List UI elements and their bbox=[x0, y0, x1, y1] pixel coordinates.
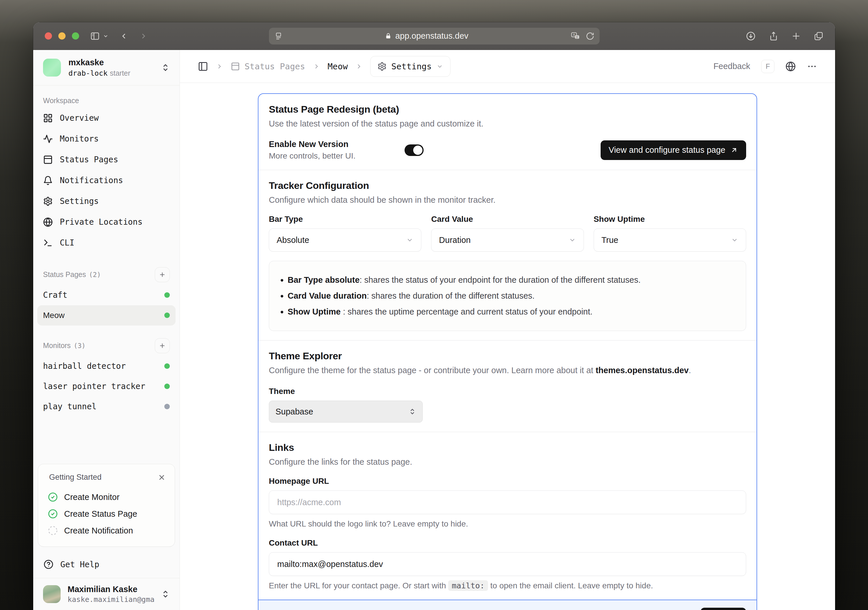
share-icon[interactable] bbox=[769, 31, 778, 41]
new-tab-icon[interactable] bbox=[791, 31, 801, 41]
bar-type-select[interactable]: Absolute bbox=[269, 228, 421, 251]
reload-icon[interactable] bbox=[586, 32, 594, 40]
status-page-item-meow[interactable]: Meow bbox=[37, 305, 175, 326]
chevron-down-icon bbox=[436, 63, 443, 70]
get-help-button[interactable]: Get Help bbox=[33, 551, 180, 578]
grid-icon bbox=[43, 113, 53, 123]
getting-started-create-status-page[interactable]: Create Status Page bbox=[47, 506, 166, 522]
enable-new-version-toggle[interactable] bbox=[405, 144, 424, 156]
homepage-url-label: Homepage URL bbox=[269, 477, 746, 486]
workspace-plan: starter bbox=[110, 69, 130, 77]
lock-icon bbox=[385, 33, 392, 40]
sidebar-item-status-pages[interactable]: Status Pages bbox=[43, 149, 170, 170]
status-dot-inactive bbox=[164, 404, 170, 409]
add-monitor-button[interactable] bbox=[155, 338, 170, 353]
workspace-slug: drab-lockstarter bbox=[68, 69, 130, 78]
chevrons-up-down-icon bbox=[161, 590, 170, 598]
contact-url-label: Contact URL bbox=[269, 539, 746, 548]
downloads-icon[interactable] bbox=[746, 31, 756, 41]
getting-started-create-notification[interactable]: Create Notification bbox=[47, 522, 166, 539]
minimize-window-button[interactable] bbox=[58, 33, 65, 40]
bullet-show-uptime: Show Uptime : shares the uptime percenta… bbox=[276, 306, 739, 317]
address-bar[interactable]: app.openstatus.dev A文 bbox=[269, 28, 600, 45]
globe-icon[interactable] bbox=[786, 61, 796, 71]
tracker-help-box: Bar Type absolute: shares the status of … bbox=[269, 261, 746, 331]
chevron-down-icon bbox=[406, 236, 414, 244]
sidebar-chevron-icon[interactable] bbox=[103, 33, 108, 39]
app-sidebar: mxkaske drab-lockstarter Workspace Overv… bbox=[33, 50, 180, 610]
circle-check-icon bbox=[48, 509, 58, 519]
sidebar-item-cli[interactable]: CLI bbox=[43, 233, 170, 253]
mailto-code-chip: mailto: bbox=[448, 580, 488, 591]
links-title: Links bbox=[269, 442, 746, 453]
status-page-item-craft[interactable]: Craft bbox=[37, 285, 175, 305]
getting-started-create-monitor[interactable]: Create Monitor bbox=[47, 489, 166, 506]
zoom-window-button[interactable] bbox=[72, 33, 79, 40]
show-uptime-label: Show Uptime bbox=[594, 214, 746, 224]
breadcrumb-settings-dropdown[interactable]: Settings bbox=[370, 56, 451, 77]
arrow-up-right-icon bbox=[730, 146, 738, 154]
chevron-down-icon bbox=[569, 236, 576, 244]
bar-type-label: Bar Type bbox=[269, 214, 421, 224]
theme-label: Theme bbox=[269, 387, 746, 396]
chevrons-up-down-icon bbox=[409, 408, 416, 415]
enable-new-version-sub: More controls, better UI. bbox=[269, 151, 405, 161]
feedback-shortcut-key: F bbox=[761, 60, 775, 73]
forward-button[interactable] bbox=[139, 32, 148, 40]
close-icon[interactable] bbox=[157, 473, 166, 482]
browser-window: app.openstatus.dev A文 bbox=[33, 22, 835, 610]
chevron-down-icon bbox=[731, 236, 738, 244]
beta-section: Status Page Redesign (beta) Use the late… bbox=[259, 94, 756, 170]
translate-icon[interactable]: A文 bbox=[570, 31, 580, 41]
theme-select[interactable]: Supabase bbox=[269, 400, 423, 422]
panel-top-icon bbox=[231, 62, 240, 71]
terminal-icon bbox=[43, 238, 53, 248]
sidebar-item-overview[interactable]: Overview bbox=[43, 108, 170, 129]
show-uptime-select[interactable]: True bbox=[594, 228, 746, 251]
sidebar-item-private-locations[interactable]: Private Locations bbox=[43, 212, 170, 233]
workspace-section-label: Workspace bbox=[43, 96, 170, 105]
gear-icon bbox=[377, 62, 387, 71]
sidebar-item-settings[interactable]: Settings bbox=[43, 191, 170, 212]
bell-icon bbox=[43, 175, 53, 185]
getting-started-card: Getting Started Create Monitor Create St… bbox=[38, 464, 175, 547]
sidebar-item-notifications[interactable]: Notifications bbox=[43, 170, 170, 191]
page-settings-icon[interactable] bbox=[274, 32, 283, 40]
traffic-lights bbox=[45, 33, 79, 40]
tab-overview-icon[interactable] bbox=[814, 31, 823, 41]
contact-url-input[interactable] bbox=[269, 552, 746, 576]
card-value-label: Card Value bbox=[431, 214, 584, 224]
submit-button[interactable]: Submit bbox=[701, 608, 746, 610]
panel-top-icon bbox=[43, 155, 53, 165]
chevrons-up-down-icon bbox=[161, 63, 170, 72]
add-status-page-button[interactable] bbox=[155, 267, 170, 282]
more-options-icon[interactable] bbox=[807, 61, 817, 71]
monitor-item-play-tunnel[interactable]: play tunnel bbox=[37, 397, 175, 417]
status-dot-up bbox=[164, 312, 170, 318]
sidebar-toggle-icon[interactable] bbox=[90, 31, 100, 41]
settings-content: Status Page Redesign (beta) Use the late… bbox=[180, 83, 835, 610]
workspace-name: mxkaske bbox=[68, 57, 130, 68]
monitor-item-hairball-detector[interactable]: hairball detector bbox=[37, 356, 175, 376]
enable-new-version-label: Enable New Version bbox=[269, 140, 405, 149]
sidebar-item-monitors[interactable]: Monitors bbox=[43, 129, 170, 149]
monitor-item-laser-pointer-tracker[interactable]: laser pointer tracker bbox=[37, 376, 175, 397]
status-dot-up bbox=[164, 363, 170, 369]
breadcrumb-page-name[interactable]: Meow bbox=[328, 62, 348, 71]
back-button[interactable] bbox=[119, 32, 128, 40]
card-value-select[interactable]: Duration bbox=[431, 228, 584, 251]
close-window-button[interactable] bbox=[45, 33, 52, 40]
user-menu[interactable]: Maximilian Kaske kaske.maximilian@gmail… bbox=[33, 578, 180, 610]
user-avatar bbox=[43, 585, 60, 603]
workspace-switcher[interactable]: mxkaske drab-lockstarter bbox=[33, 50, 180, 85]
view-configure-status-page-button[interactable]: View and configure status page bbox=[601, 140, 746, 160]
panel-left-icon[interactable] bbox=[198, 61, 208, 71]
homepage-url-input[interactable] bbox=[269, 490, 746, 514]
chevron-right-icon bbox=[313, 63, 320, 70]
links-section: Links Configure the links for the status… bbox=[259, 432, 756, 600]
breadcrumb-status-pages[interactable]: Status Pages bbox=[231, 62, 305, 71]
theme-section: Theme Explorer Configure the theme for t… bbox=[259, 340, 756, 432]
status-page-settings-card: Status Page Redesign (beta) Use the late… bbox=[258, 93, 757, 610]
contact-url-helper: Enter the URL for your contact page. Or … bbox=[269, 581, 746, 590]
feedback-link[interactable]: Feedback bbox=[713, 62, 750, 71]
